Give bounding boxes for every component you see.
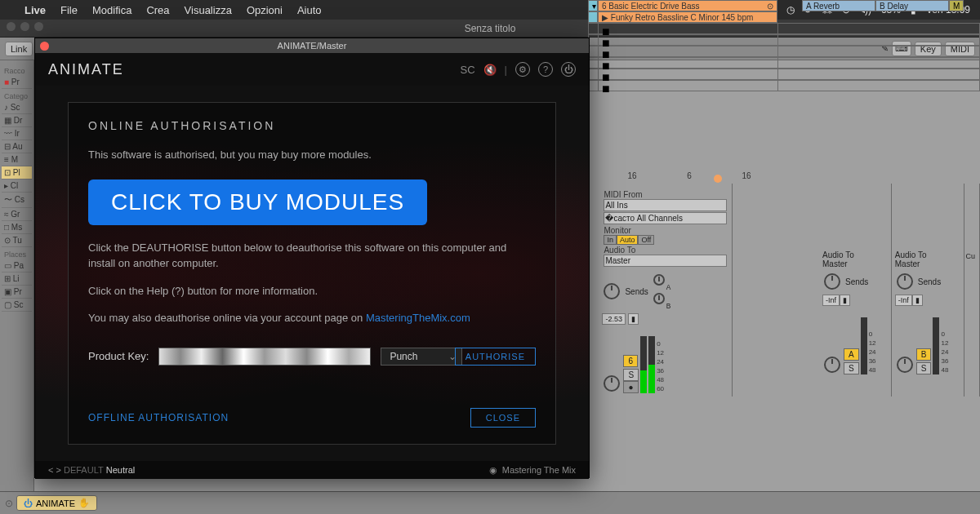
browser-packs[interactable]: ▭ Pa xyxy=(2,259,32,273)
audio-to-select[interactable]: Master xyxy=(822,259,888,268)
browser-sounds[interactable]: ♪ Sc xyxy=(2,101,32,114)
volume-knob[interactable] xyxy=(897,357,913,373)
module-select[interactable]: Punch xyxy=(381,348,462,366)
send-b-knob[interactable] xyxy=(653,293,665,304)
browser-project[interactable]: ▣ Pr xyxy=(2,286,32,299)
browser-grooves[interactable]: ≈ Gr xyxy=(2,208,32,221)
plugin-titlebar[interactable]: ANIMATE/Master xyxy=(35,38,589,53)
midi-from-label: MIDI From xyxy=(604,190,727,199)
mastering-link[interactable]: MasteringTheMix.com xyxy=(366,312,470,324)
clip-slot[interactable]: ■ xyxy=(588,46,980,57)
browser-sidebar: Racco ■ Pr Catego ♪ Sc ▦ Dr 〰 Ir ⊟ Au ≡ … xyxy=(0,60,34,491)
volume-db[interactable]: -2.53 xyxy=(602,313,626,325)
device-hand-icon[interactable]: ✋ xyxy=(78,498,90,508)
audio-to-label: Audio To xyxy=(822,250,888,259)
authorise-button[interactable]: AUTHORISE xyxy=(455,348,536,366)
collapse-icon[interactable]: ⊙ xyxy=(5,498,13,509)
clip-prev[interactable] xyxy=(588,11,598,23)
menu-create[interactable]: Crea xyxy=(146,4,169,16)
device-power-icon[interactable]: ⏻ xyxy=(24,498,33,508)
preset-nav[interactable]: < > xyxy=(48,465,61,475)
browser-samples[interactable]: 〜 Cs xyxy=(2,193,32,208)
level-meter xyxy=(640,336,647,393)
clip-slot[interactable]: ■ xyxy=(588,57,980,69)
pan-knob[interactable] xyxy=(897,273,913,290)
volume-db[interactable]: -Inf xyxy=(822,295,840,306)
midi-from-select[interactable]: All Ins xyxy=(604,199,727,211)
browser-scripts[interactable]: ▢ Sc xyxy=(2,299,32,312)
scene-launch-icon[interactable] xyxy=(714,175,722,183)
clip-slot[interactable]: ■ xyxy=(588,80,980,91)
document-title: Senza titolo xyxy=(465,23,516,34)
browser-drums[interactable]: ▦ Dr xyxy=(2,114,32,127)
track-header-prev[interactable]: ▾ xyxy=(588,0,598,11)
plugin-window-title: ANIMATE/Master xyxy=(278,41,347,51)
menu-edit[interactable]: Modifica xyxy=(92,4,131,16)
track-activator[interactable]: A xyxy=(844,348,859,361)
traffic-lights[interactable] xyxy=(7,22,43,31)
offline-authorisation-link[interactable]: OFFLINE AUTHORISATION xyxy=(88,412,229,423)
sends-label: Sends xyxy=(625,287,648,296)
audio-to-select[interactable]: Master xyxy=(604,255,727,267)
track-header-master[interactable]: M xyxy=(949,0,964,11)
arm-button[interactable]: ● xyxy=(623,381,638,393)
track-header-bass[interactable]: 6 Basic Electric Drive Bass ⊙ xyxy=(598,0,777,11)
preset-name[interactable]: Neutral xyxy=(106,465,135,475)
gear-icon[interactable]: ⚙ xyxy=(515,62,530,77)
menu-help[interactable]: Aiuto xyxy=(297,4,322,16)
plugin-window: ANIMATE/Master ANIMATE SC 🔇 | ⚙ ? ⏻ ONLI… xyxy=(34,38,590,478)
browser-plugins[interactable]: ⊡ Pl xyxy=(2,166,32,179)
menu-view[interactable]: Visualizza xyxy=(185,4,232,16)
help-icon[interactable]: ? xyxy=(538,62,553,77)
sidechain-button[interactable]: SC xyxy=(461,64,475,76)
auth-status-text: This software is authorised, but you may… xyxy=(88,147,536,163)
menu-file[interactable]: File xyxy=(60,4,78,16)
product-key-input[interactable] xyxy=(158,348,371,366)
plugin-name: ANIMATE xyxy=(48,61,124,78)
monitor-auto[interactable]: Auto xyxy=(617,235,639,245)
track-header-delay[interactable]: B Delay xyxy=(875,0,949,11)
midi-channel-select[interactable]: �састо All Channels xyxy=(604,212,727,224)
browser-item[interactable]: ■ Pr xyxy=(2,76,32,89)
track-activator[interactable]: 6 xyxy=(623,355,638,367)
monitor-in[interactable]: In xyxy=(604,235,617,245)
clip-slot[interactable]: ■ xyxy=(588,23,980,34)
send-a-knob[interactable] xyxy=(653,274,665,286)
buy-modules-button[interactable]: CLICK TO BUY MODULES xyxy=(88,179,427,225)
volume-knob[interactable] xyxy=(824,357,840,373)
clip-slot[interactable]: ■ xyxy=(588,69,980,80)
browser-instruments[interactable]: 〰 Ir xyxy=(2,127,32,140)
solo-button[interactable]: S xyxy=(623,369,639,381)
pan-knob[interactable] xyxy=(604,283,620,299)
brand-name: Mastering The Mix xyxy=(502,465,576,475)
help-button-text: Click on the Help (?) button for more in… xyxy=(88,283,536,299)
track-activator[interactable]: B xyxy=(916,348,932,361)
solo-button[interactable]: S xyxy=(916,362,932,374)
browser-midi-fx[interactable]: ≡ M xyxy=(2,153,32,166)
clip-bassline[interactable]: ▶ Funky Retro Bassline C Minor 145 bpm xyxy=(598,11,777,23)
audio-to-select[interactable]: Master xyxy=(895,259,960,268)
track-header-reverb[interactable]: A Reverb xyxy=(802,0,875,11)
device-chip-animate[interactable]: ⏻ ANIMATE ✋ xyxy=(16,495,97,511)
clip-slot[interactable]: ■ xyxy=(588,34,980,46)
volume-db[interactable]: -Inf xyxy=(895,295,912,306)
browser-clips[interactable]: ▸ Cl xyxy=(2,179,32,193)
monitor-off[interactable]: Off xyxy=(638,235,654,245)
close-button[interactable]: CLOSE xyxy=(470,408,536,428)
close-icon[interactable] xyxy=(40,42,49,51)
cue-label: Cu xyxy=(966,252,978,260)
power-icon[interactable]: ⏻ xyxy=(561,62,576,77)
browser-audio-fx[interactable]: ⊟ Au xyxy=(2,140,32,153)
menu-options[interactable]: Opzioni xyxy=(247,4,283,16)
app-name[interactable]: Live xyxy=(24,4,46,16)
browser-max[interactable]: □ Ms xyxy=(2,221,32,234)
link-button[interactable]: Link xyxy=(5,42,33,56)
collections-header: Racco xyxy=(2,64,32,76)
volume-knob[interactable] xyxy=(604,375,620,392)
browser-tuning[interactable]: ⊙ Tu xyxy=(2,234,32,247)
pan-knob[interactable] xyxy=(824,273,840,290)
mixer-channel-delay: Audio To Master Sends -Inf▮ BS 012243648 xyxy=(892,184,964,397)
browser-library[interactable]: ⊞ Li xyxy=(2,273,32,286)
mute-icon[interactable]: 🔇 xyxy=(483,64,497,76)
solo-button[interactable]: S xyxy=(844,362,859,374)
